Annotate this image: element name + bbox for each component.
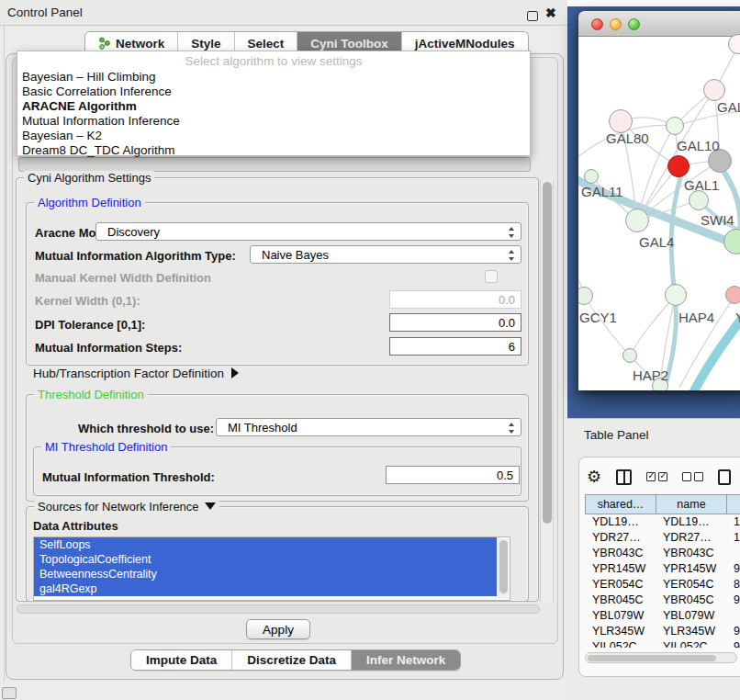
algorithm-combo-collapsed[interactable]: [18, 157, 531, 172]
settings-vertical-scrollbar-thumb[interactable]: [543, 182, 552, 524]
attribute-item[interactable]: SelfLoops: [34, 537, 497, 552]
cell: YBL079W: [656, 608, 726, 624]
close-icon[interactable]: ✖: [545, 6, 556, 20]
column-header[interactable]: shared…: [585, 494, 656, 514]
manual-kernel-checkbox[interactable]: [485, 270, 498, 283]
table-row[interactable]: YDR27… YDR27… 12: [585, 530, 740, 546]
data-attributes-list[interactable]: SelfLoops TopologicalCoefficient Between…: [33, 536, 510, 601]
mi-threshold-definition-title: MI Threshold Definition: [41, 440, 171, 454]
network-node-selected-red[interactable]: [667, 155, 690, 177]
stepper-icon: [509, 227, 515, 238]
network-node[interactable]: [622, 348, 637, 363]
table-row[interactable]: YBL079W YBL079W: [585, 608, 740, 624]
apply-button[interactable]: Apply: [246, 619, 310, 639]
network-node[interactable]: [666, 117, 684, 135]
table-row[interactable]: YER054C YER054C 8.: [585, 577, 740, 593]
network-window-titlebar[interactable]: [578, 11, 740, 37]
column-header[interactable]: A: [726, 494, 740, 514]
mi-steps-input[interactable]: 6: [389, 337, 521, 356]
dropdown-item[interactable]: Basic Correlation Inference: [17, 85, 530, 99]
mi-steps-label: Mutual Information Steps:: [35, 341, 182, 355]
columns-icon[interactable]: [616, 469, 632, 485]
cell: YBR045C: [656, 593, 726, 608]
dropdown-item[interactable]: Mutual Information Inference: [17, 114, 530, 129]
table-row[interactable]: YDL19… YDL19… 13: [585, 514, 740, 530]
deselect-all-columns-icon[interactable]: [682, 472, 703, 481]
cell: YPR145W: [656, 561, 726, 577]
dpi-tolerance-label: DPI Tolerance [0,1]:: [35, 318, 145, 332]
dpi-tolerance-input[interactable]: 0.0: [389, 313, 521, 332]
panel-left-border: [4, 26, 5, 682]
table-panel: ⚙ shared… name A YDL19… YDL19… 13 YDR27……: [578, 457, 740, 677]
network-node[interactable]: [625, 209, 649, 232]
tab-cyni-toolbox-label: Cyni Toolbox: [310, 37, 388, 51]
table-row[interactable]: YPR145W YPR145W 9.: [585, 561, 740, 577]
table-row[interactable]: YBR045C YBR045C 9.: [585, 593, 740, 608]
unchecked-box-icon: [694, 472, 703, 481]
cell: 8.: [726, 577, 740, 593]
scrollbar-thumb[interactable]: [499, 540, 508, 593]
network-node[interactable]: [689, 190, 709, 210]
node-table: shared… name A YDL19… YDL19… 13 YDR27… Y…: [585, 494, 740, 648]
threshold-definition-title: Threshold Definition: [34, 388, 148, 401]
dropdown-item[interactable]: Bayesian – Hill Climbing: [17, 70, 530, 85]
tab-discretize-data-label: Discretize Data: [247, 653, 336, 667]
manual-kernel-label: Manual Kernel Width Definition: [35, 271, 211, 285]
cell: YDL19…: [656, 514, 726, 530]
sources-title: Sources for Network Inference: [38, 500, 199, 514]
which-threshold-value: MI Threshold: [228, 421, 297, 435]
tab-impute-data[interactable]: Impute Data: [131, 650, 232, 670]
table-row[interactable]: YBR043C YBR043C: [585, 546, 740, 561]
control-panel-title: Control Panel: [7, 6, 83, 19]
table-row[interactable]: YLR345W YLR345W 9.: [585, 624, 740, 639]
node-label: GAL10: [677, 138, 720, 153]
tab-discretize-data[interactable]: Discretize Data: [232, 650, 352, 670]
network-node-pink[interactable]: [725, 286, 740, 304]
mi-type-combo[interactable]: Naive Bayes: [250, 245, 521, 264]
minimized-panel-icon[interactable]: [2, 687, 17, 699]
dropdown-item[interactable]: Bayesian – K2: [17, 129, 530, 143]
kernel-width-input: 0.0: [389, 290, 521, 309]
network-canvas[interactable]: GAL GAL80 GAL10 GAL11 GAL1 SWI4 GAL4 GCY…: [578, 37, 740, 390]
network-node[interactable]: [584, 169, 599, 184]
table-row[interactable]: YIL052C YIL052C 9: [585, 639, 740, 648]
dropdown-item-selected[interactable]: ARACNE Algorithm: [17, 99, 530, 114]
cell: [726, 608, 740, 624]
bottom-tabbar: Impute Data Discretize Data Infer Networ…: [130, 649, 461, 671]
attribute-item[interactable]: TopologicalCoefficient: [34, 552, 497, 567]
close-traffic-light-icon[interactable]: [591, 18, 603, 30]
mi-threshold-input[interactable]: 0.5: [386, 466, 520, 484]
scrollbar-thumb[interactable]: [588, 655, 716, 661]
gear-icon[interactable]: ⚙: [587, 469, 601, 485]
aracne-mode-combo[interactable]: Discovery: [95, 222, 521, 241]
tab-select-label: Select: [248, 37, 285, 51]
which-threshold-combo[interactable]: MI Threshold: [216, 418, 521, 436]
tab-infer-network[interactable]: Infer Network: [352, 650, 460, 670]
network-node[interactable]: [665, 284, 687, 306]
column-header[interactable]: name: [656, 494, 726, 514]
node-label: GAL80: [606, 130, 649, 146]
algorithm-dropdown-placeholder: Select algorithm to view settings: [17, 54, 530, 68]
sources-title-row[interactable]: Sources for Network Inference: [34, 500, 219, 514]
attribute-item[interactable]: gal4RGexp: [34, 581, 497, 596]
node-label: HAP2: [633, 367, 668, 383]
algorithm-dropdown-popup: Select algorithm to view settings Bayesi…: [17, 51, 531, 156]
zoom-traffic-light-icon[interactable]: [628, 18, 640, 30]
attribute-list-scrollbar[interactable]: [498, 538, 509, 599]
settings-horizontal-scrollbar[interactable]: [17, 604, 540, 614]
network-view-window[interactable]: GAL GAL80 GAL10 GAL11 GAL1 SWI4 GAL4 GCY…: [578, 11, 740, 390]
mi-type-label: Mutual Information Algorithm Type:: [35, 249, 236, 263]
float-window-icon[interactable]: [527, 11, 538, 21]
select-all-columns-icon[interactable]: [646, 472, 667, 481]
minimize-traffic-light-icon[interactable]: [610, 18, 622, 30]
table-horizontal-scrollbar[interactable]: [585, 652, 737, 663]
control-panel-header: [0, 0, 569, 26]
hub-definition-toggle[interactable]: Hub/Transcription Factor Definition: [33, 367, 239, 380]
dropdown-item[interactable]: Dream8 DC_TDC Algorithm: [17, 143, 530, 158]
cell: [726, 546, 740, 561]
export-table-icon[interactable]: [718, 469, 731, 485]
node-label: GAL11: [581, 184, 623, 199]
network-node[interactable]: [703, 79, 725, 101]
attribute-item[interactable]: BetweennessCentrality: [34, 567, 497, 581]
cell: YDR27…: [585, 530, 656, 546]
